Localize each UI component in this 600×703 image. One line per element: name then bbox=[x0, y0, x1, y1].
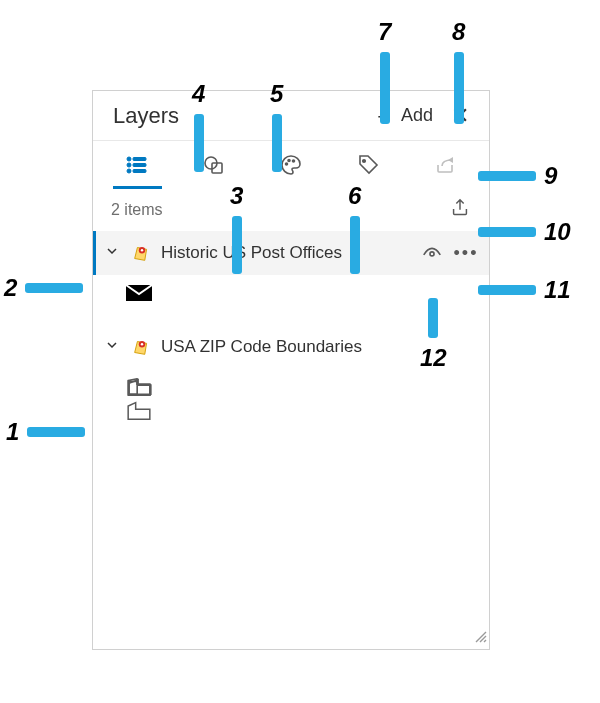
resize-icon bbox=[473, 629, 487, 643]
share-icon bbox=[433, 153, 457, 177]
tab-bar bbox=[93, 141, 489, 189]
tab-styles[interactable] bbox=[253, 141, 330, 189]
svg-rect-3 bbox=[133, 164, 146, 167]
export-icon bbox=[449, 197, 471, 219]
callout-12: 12 bbox=[420, 298, 447, 372]
layer-symbology bbox=[93, 369, 489, 439]
layer-label: Historic US Post Offices bbox=[161, 243, 411, 263]
panel-header: Layers ＋ Add ✕ bbox=[93, 91, 489, 141]
svg-rect-1 bbox=[133, 158, 146, 161]
tag-icon bbox=[356, 153, 380, 177]
add-button-label: Add bbox=[401, 105, 433, 126]
chevron-down-icon bbox=[104, 243, 120, 259]
svg-point-2 bbox=[127, 163, 131, 167]
tab-share[interactable] bbox=[406, 141, 483, 189]
expand-toggle[interactable] bbox=[101, 243, 123, 263]
panel-title: Layers bbox=[113, 103, 363, 129]
feature-layer-icon bbox=[131, 242, 153, 264]
feature-layer-icon bbox=[131, 336, 153, 358]
callout-3: 3 bbox=[230, 182, 243, 274]
eye-partial-icon bbox=[421, 242, 443, 264]
polygon-icon bbox=[125, 377, 153, 397]
svg-point-11 bbox=[362, 160, 365, 163]
svg-point-14 bbox=[430, 252, 434, 256]
svg-point-10 bbox=[292, 160, 294, 162]
tab-labels[interactable] bbox=[329, 141, 406, 189]
chevron-down-icon bbox=[104, 337, 120, 353]
add-button[interactable]: ＋ Add bbox=[363, 95, 443, 137]
callout-1: 1 bbox=[6, 418, 85, 446]
shapes-overlap-icon bbox=[202, 153, 226, 177]
callout-5: 5 bbox=[270, 80, 283, 172]
tab-list[interactable] bbox=[99, 141, 176, 189]
list-icon bbox=[125, 153, 149, 177]
more-options-button[interactable]: ••• bbox=[453, 243, 479, 264]
callout-7: 7 bbox=[378, 18, 391, 124]
item-count-row: 2 items bbox=[93, 189, 489, 231]
callout-9: 9 bbox=[478, 162, 557, 190]
svg-point-17 bbox=[141, 343, 143, 345]
svg-point-9 bbox=[288, 160, 290, 162]
svg-point-8 bbox=[285, 163, 287, 165]
callout-11: 11 bbox=[478, 276, 571, 304]
visibility-toggle[interactable] bbox=[419, 242, 445, 264]
export-button[interactable] bbox=[449, 197, 471, 223]
ellipsis-icon: ••• bbox=[454, 243, 479, 264]
svg-rect-5 bbox=[133, 170, 146, 173]
expand-toggle[interactable] bbox=[101, 337, 123, 357]
svg-point-4 bbox=[127, 169, 131, 173]
polygon-icon bbox=[125, 401, 153, 421]
svg-point-13 bbox=[141, 249, 143, 251]
layer-row-historic-post-offices[interactable]: Historic US Post Offices ••• bbox=[93, 231, 489, 275]
callout-10: 10 bbox=[478, 218, 571, 246]
svg-point-0 bbox=[127, 157, 131, 161]
item-count-text: 2 items bbox=[111, 201, 163, 219]
callout-2: 2 bbox=[4, 274, 83, 302]
callout-4: 4 bbox=[192, 80, 205, 172]
callout-8: 8 bbox=[452, 18, 465, 124]
callout-6: 6 bbox=[348, 182, 361, 274]
resize-grip[interactable] bbox=[473, 629, 487, 647]
envelope-icon bbox=[125, 283, 153, 303]
